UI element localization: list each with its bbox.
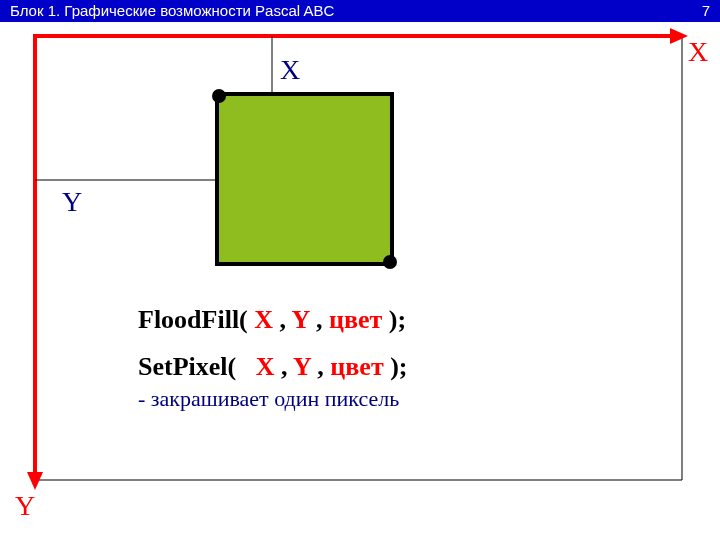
corner-dot-tl (212, 89, 226, 103)
sp-fn: SetPixel( (138, 352, 236, 381)
coord-y-label: Y (62, 186, 82, 218)
x-axis-arrow (670, 28, 688, 44)
ff-y: Y (292, 305, 310, 334)
y-axis-arrow (27, 472, 43, 490)
diagram-svg (0, 22, 720, 540)
setpixel-desc: - закрашивает один пиксель (138, 384, 408, 414)
setpixel-line: SetPixel( X , Y , цвет ); (138, 349, 408, 384)
axis-x-label: X (688, 36, 708, 68)
diagram-stage: X Y X Y FloodFill( X , Y , цвет ); SetPi… (0, 22, 720, 540)
sp-end: ); (390, 352, 407, 381)
ff-end: ); (389, 305, 406, 334)
title-text: Блок 1. Графические возможности Pascal A… (10, 0, 334, 22)
filled-rectangle (217, 94, 392, 264)
ff-c1: , (280, 305, 292, 334)
sp-sp1 (243, 352, 250, 381)
ff-col: цвет (329, 305, 382, 334)
ff-x: X (254, 305, 273, 334)
sp-c1: , (281, 352, 293, 381)
sp-x: X (256, 352, 275, 381)
floodfill-line: FloodFill( X , Y , цвет ); (138, 302, 408, 337)
sp-c2: , (317, 352, 330, 381)
sp-y: Y (293, 352, 311, 381)
ff-fn: FloodFill( (138, 305, 248, 334)
axis-y-label: Y (15, 490, 35, 522)
code-block: FloodFill( X , Y , цвет ); SetPixel( X ,… (138, 302, 408, 414)
title-bar: Блок 1. Графические возможности Pascal A… (0, 0, 720, 22)
ff-c2: , (316, 305, 329, 334)
page-number: 7 (702, 0, 710, 22)
coord-x-label: X (280, 54, 300, 86)
sp-col: цвет (330, 352, 383, 381)
corner-dot-br (383, 255, 397, 269)
